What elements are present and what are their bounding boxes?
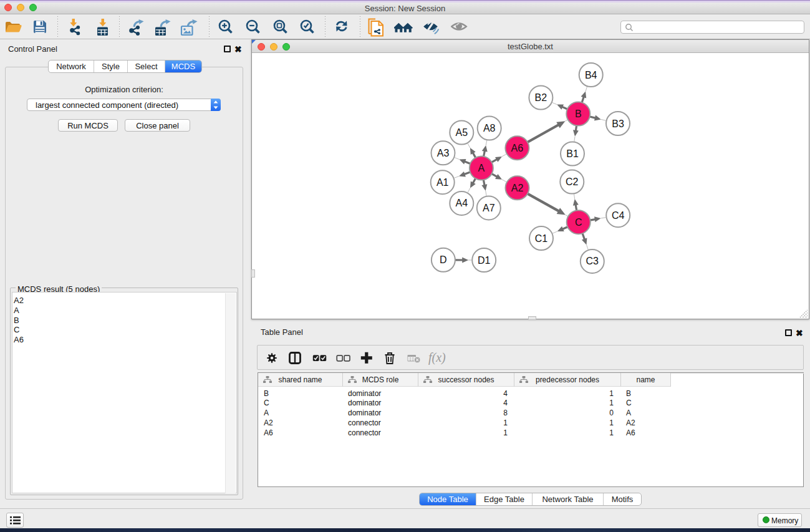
- svg-text:A5: A5: [456, 127, 468, 138]
- svg-text:D: D: [440, 254, 447, 265]
- svg-text:A1: A1: [436, 177, 449, 188]
- svg-text:A4: A4: [456, 198, 468, 208]
- svg-text:C2: C2: [566, 177, 579, 187]
- svg-text:D1: D1: [478, 255, 491, 266]
- svg-text:B4: B4: [585, 70, 597, 80]
- svg-text:A2: A2: [511, 183, 524, 193]
- svg-text:C: C: [575, 217, 582, 228]
- svg-text:B2: B2: [535, 92, 547, 103]
- svg-text:A8: A8: [483, 123, 496, 133]
- svg-text:C3: C3: [586, 256, 599, 266]
- svg-text:A6: A6: [511, 143, 524, 153]
- svg-text:C1: C1: [535, 233, 548, 244]
- svg-text:B: B: [575, 109, 582, 119]
- svg-text:A3: A3: [437, 148, 450, 158]
- svg-text:A7: A7: [483, 203, 495, 213]
- svg-text:C4: C4: [612, 210, 625, 221]
- svg-text:B1: B1: [566, 148, 579, 159]
- svg-text:A: A: [478, 163, 485, 173]
- svg-text:B3: B3: [612, 118, 624, 129]
